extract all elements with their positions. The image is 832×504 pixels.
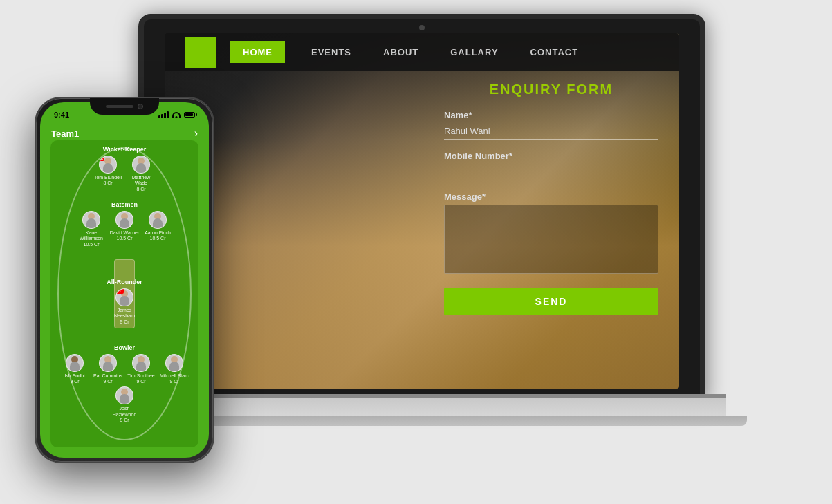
- player-finch: Aaron Finch 10.5 Cr: [142, 211, 173, 247]
- allrounder-section: All-Rounder James Neesham 9 Cr: [50, 279, 198, 324]
- player-credits-finch: 10.5 Cr: [150, 236, 166, 241]
- avatar-kane: [82, 211, 100, 229]
- name-input[interactable]: [444, 123, 658, 140]
- phone-notch: [90, 98, 159, 115]
- battery-fill: [185, 113, 193, 116]
- player-name-tom: Tom Blundell: [94, 175, 122, 180]
- allrounder-label: All-Rounder: [50, 279, 198, 286]
- message-label: Message*: [444, 192, 658, 202]
- nav-gallery[interactable]: GALLARY: [445, 44, 503, 60]
- phone-header: Team1 ›: [40, 124, 209, 142]
- wicket-keeper-section: Wicket-Keeper Tom Blundell 8 Cr: [50, 146, 198, 192]
- player-name-starc: Mitchell Starc: [160, 373, 189, 379]
- player-credits-neesham: 9 Cr: [120, 319, 129, 324]
- send-button[interactable]: SEND: [444, 288, 658, 315]
- mobile-label: Mobile Number*: [444, 151, 658, 161]
- batsmen-label: Batsmen: [50, 201, 198, 208]
- player-matthew-wade: Matthew Wade 8 Cr: [126, 156, 156, 192]
- phone-screen: 9:41: [40, 102, 209, 458]
- avatar-hazlewood: [115, 386, 133, 404]
- player-cummins: Pat Cummins 9 Cr: [93, 354, 123, 384]
- signal-bar-1: [158, 115, 160, 118]
- laptop: HOME EVENTS ABOUT GALLARY CONTACT ENQUIR…: [138, 14, 705, 477]
- player-name-finch: Aaron Finch: [145, 230, 171, 236]
- phone-body: 9:41: [35, 97, 214, 463]
- player-kane: Kane Williamson 10.5 Cr: [76, 211, 107, 247]
- player-credits-sodhi: 9 Cr: [70, 379, 79, 384]
- batsmen-section: Batsmen Kane Williamson 10.5 Cr: [50, 201, 198, 247]
- signal-bar-2: [161, 114, 163, 118]
- avatar-southee: [132, 354, 150, 372]
- mobile-input[interactable]: [444, 164, 658, 180]
- player-hazlewood: Josh Hazlewood 9 Cr: [109, 386, 140, 422]
- player-name-hazlewood: Josh Hazlewood: [109, 406, 140, 418]
- bowler-players: Ish Sodhi 9 Cr Pat Cummins 9 Cr: [50, 354, 198, 422]
- signal-bar-3: [164, 113, 166, 118]
- player-southee: Tim Southee 9 Cr: [126, 354, 156, 384]
- avatar-finch: [149, 211, 167, 229]
- player-credits-kane: 10.5 Cr: [84, 242, 100, 247]
- wicket-keeper-label: Wicket-Keeper: [50, 146, 198, 153]
- phone: 9:41: [35, 97, 214, 463]
- player-credits-tom: 8 Cr: [103, 180, 112, 185]
- form-title: ENQUIRY FORM: [444, 82, 658, 97]
- avatar-matthew: [132, 156, 150, 174]
- phone-status-icons: [158, 111, 195, 118]
- avatar-neesham: [115, 288, 133, 306]
- avatar-tom: [99, 156, 117, 174]
- avatar-cummins: [99, 354, 117, 372]
- player-starc: Mitchell Starc 9 Cr: [159, 354, 189, 384]
- player-credits-matthew: 8 Cr: [136, 187, 145, 192]
- player-name-southee: Tim Southee: [127, 373, 154, 379]
- batsmen-players: Kane Williamson 10.5 Cr David Warner 10.…: [50, 211, 198, 247]
- player-sodhi: Ish Sodhi 9 Cr: [59, 354, 90, 384]
- nav-home[interactable]: HOME: [230, 41, 285, 63]
- wifi-icon: [172, 112, 181, 118]
- chevron-icon: ›: [194, 127, 198, 140]
- bowler-section: Bowler Ish Sodhi 9 Cr: [50, 344, 198, 422]
- team-name: Team1: [51, 129, 79, 139]
- navbar: HOME EVENTS ABOUT GALLARY CONTACT: [165, 33, 679, 71]
- player-credits-starc: 9 Cr: [169, 379, 178, 384]
- nav-events[interactable]: EVENTS: [306, 44, 357, 60]
- wicket-keeper-players: Tom Blundell 8 Cr Matthew Wade 8 Cr: [50, 156, 198, 192]
- player-name-neesham: James Neesham: [109, 308, 140, 319]
- player-name-matthew: Matthew Wade: [126, 175, 156, 187]
- player-name-cummins: Pat Cummins: [93, 373, 122, 379]
- laptop-display: HOME EVENTS ABOUT GALLARY CONTACT ENQUIR…: [165, 33, 679, 389]
- bowler-label: Bowler: [50, 344, 198, 351]
- phone-front-camera: [138, 104, 143, 109]
- player-warner: David Warner 10.5 Cr: [109, 211, 140, 247]
- player-credits-warner: 10.5 Cr: [117, 236, 133, 241]
- name-label: Name*: [444, 110, 658, 120]
- avatar-warner: [115, 211, 133, 229]
- avatar-sodhi: [66, 354, 84, 372]
- nav-logo: [185, 37, 216, 68]
- cricket-field: Wicket-Keeper Tom Blundell 8 Cr: [50, 140, 198, 447]
- player-credits-southee: 9 Cr: [136, 379, 145, 384]
- message-textarea[interactable]: [444, 205, 658, 274]
- player-name-warner: David Warner: [110, 230, 140, 236]
- player-name-kane: Kane Williamson: [76, 230, 107, 242]
- player-neesham: James Neesham 9 Cr: [109, 288, 140, 324]
- nav-about[interactable]: ABOUT: [378, 44, 424, 60]
- nav-items: HOME EVENTS ABOUT GALLARY CONTACT: [230, 41, 584, 63]
- player-credits-hazlewood: 9 Cr: [120, 418, 129, 422]
- enquiry-form: ENQUIRY FORM Name* Mobile Number* Messag…: [444, 82, 658, 315]
- laptop-camera: [419, 25, 425, 30]
- phone-time: 9:41: [54, 111, 69, 119]
- laptop-screen: HOME EVENTS ABOUT GALLARY CONTACT ENQUIR…: [138, 14, 705, 401]
- player-name-sodhi: Ish Sodhi: [64, 373, 84, 379]
- allrounder-players: James Neesham 9 Cr: [50, 288, 198, 324]
- nav-contact[interactable]: CONTACT: [525, 44, 584, 60]
- avatar-starc: [165, 354, 183, 372]
- phone-speaker: [106, 105, 133, 108]
- battery-icon: [184, 112, 195, 118]
- player-tom-blundell: Tom Blundell 8 Cr: [93, 156, 123, 192]
- player-credits-cummins: 9 Cr: [103, 379, 112, 384]
- signal-bar-4: [167, 111, 169, 118]
